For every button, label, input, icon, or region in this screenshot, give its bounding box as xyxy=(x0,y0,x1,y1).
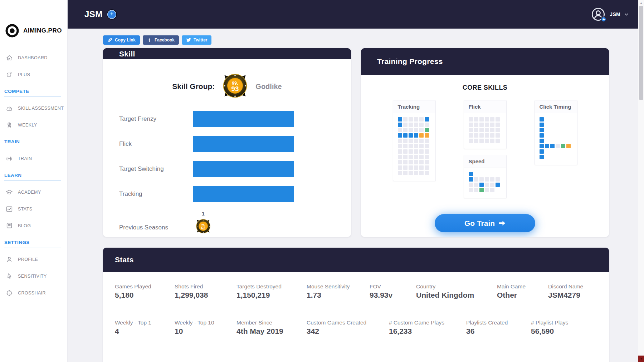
grid-cell xyxy=(398,123,402,127)
avatar-add-icon[interactable]: + xyxy=(601,16,606,22)
brand-name: AIMING.PRO xyxy=(23,27,62,34)
topbar: JSM + + JSM xyxy=(68,0,644,29)
sidebar-item-crosshair[interactable]: CROSSHAIR xyxy=(0,284,67,301)
stat-value: 5,180 xyxy=(115,291,175,299)
grid-cell xyxy=(425,117,429,122)
sidebar-item-skill-assessment[interactable]: SKILL ASSESSMENT xyxy=(0,100,67,116)
sidebar-section-label: LEARN xyxy=(4,173,61,181)
share-button-label: Twitter xyxy=(194,38,207,43)
stats-card: Stats Games Played5,180Shots Fired1,299,… xyxy=(103,248,609,362)
grid-row xyxy=(540,123,572,127)
skill-panel-flick: Flick xyxy=(464,100,507,149)
sidebar-section-label: TRAIN xyxy=(4,139,61,147)
grid-cell xyxy=(414,133,418,138)
stat-value: Other xyxy=(497,291,548,299)
stat-item-member-since: Member Since4th May 2019 xyxy=(236,319,307,336)
stat-label: Discord Name xyxy=(548,283,597,290)
facebook-button[interactable]: Facebook xyxy=(143,35,179,45)
stat-item-weekly-top-1: Weekly - Top 14 xyxy=(115,319,175,336)
stat-label: Games Played xyxy=(115,283,175,290)
stat-value: 16,233 xyxy=(389,327,466,336)
add-plus-button[interactable]: + xyxy=(107,10,116,19)
grid-cell xyxy=(490,177,494,182)
sidebar-item-label: ACADEMY xyxy=(18,190,41,195)
grid-cell xyxy=(409,155,413,159)
sidebar-item-blog[interactable]: BLOG xyxy=(0,217,67,234)
previous-season-badge-block: 1 99.62 xyxy=(193,211,213,237)
grid-cell xyxy=(469,177,473,182)
grid-cell xyxy=(398,165,402,170)
copy-link-button[interactable]: Copy Link xyxy=(103,35,140,45)
stat-item-playlists-created: Playlists Created36 xyxy=(466,319,531,336)
sidebar-item-label: CROSSHAIR xyxy=(18,291,46,296)
user-menu[interactable]: + JSM xyxy=(591,7,628,21)
aiming-pro-bullseye-icon xyxy=(5,24,19,38)
grid-cell xyxy=(540,144,544,148)
arrow-right-icon xyxy=(499,220,506,226)
stats-icon xyxy=(6,205,13,213)
skill-bar-fill xyxy=(193,136,294,152)
grid-cell xyxy=(485,133,489,138)
sidebar-section-label: SETTINGS xyxy=(4,240,61,248)
go-train-button[interactable]: Go Train xyxy=(435,214,535,232)
grid-cell xyxy=(409,123,413,127)
grid-row xyxy=(540,128,572,132)
content: Copy LinkFacebookTwitter Skill Skill Gro… xyxy=(68,29,644,362)
sidebar-item-label: TRAIN xyxy=(18,156,32,161)
page-title: JSM xyxy=(84,9,103,19)
go-train-label: Go Train xyxy=(464,219,495,228)
skill-bar-track xyxy=(193,161,294,177)
sidebar-item-weekly[interactable]: WEEKLY xyxy=(0,116,67,133)
stat-item-custom-games-created: Custom Games Created342 xyxy=(307,319,389,336)
stat-value: 1,150,219 xyxy=(236,291,307,299)
stat-item-main-game: Main GameOther xyxy=(497,283,548,299)
grid-cell xyxy=(469,128,473,132)
training-card-title: Training Progress xyxy=(377,57,443,66)
profile-icon xyxy=(6,256,13,263)
panel-column-0: Tracking xyxy=(393,100,436,181)
sidebar-item-academy[interactable]: ACADEMY xyxy=(0,184,67,200)
scroll-up-arrow[interactable]: ▲ xyxy=(638,0,644,6)
grid-row xyxy=(398,165,431,170)
grid-cell xyxy=(414,128,418,132)
sidebar-section-compete: COMPETE xyxy=(0,83,67,100)
stats-card-body: Games Played5,180Shots Fired1,299,038Tar… xyxy=(103,272,609,336)
grid-cell xyxy=(485,177,489,182)
grid-cell xyxy=(425,165,429,170)
grid-cell xyxy=(490,183,494,187)
stat-item-games-played: Games Played5,180 xyxy=(115,283,175,299)
grid-cell xyxy=(474,183,478,187)
stat-label: # Custom Game Plays xyxy=(389,319,466,326)
skill-bar-row-flick: Flick xyxy=(119,136,335,152)
avatar[interactable]: + xyxy=(591,7,605,21)
panel-grid xyxy=(393,113,435,181)
brand-logo[interactable]: AIMING.PRO xyxy=(0,0,67,46)
grid-cell xyxy=(474,123,478,127)
grid-cell xyxy=(425,160,429,164)
grid-row xyxy=(398,133,431,138)
stats-row-2: Weekly - Top 14Weekly - Top 1010Member S… xyxy=(115,319,597,336)
scrollbar[interactable]: ▲ ▼ xyxy=(638,0,644,362)
sidebar-item-train[interactable]: TRAIN xyxy=(0,150,67,167)
grid-cell xyxy=(479,133,484,138)
grid-row xyxy=(398,117,431,122)
sidebar-item-profile[interactable]: PROFILE xyxy=(0,251,67,268)
panel-title: Click Timing xyxy=(535,100,577,113)
sidebar-item-dashboard[interactable]: DASHBOARD xyxy=(0,49,67,66)
grid-cell xyxy=(490,117,494,122)
scroll-thumb[interactable] xyxy=(639,6,643,100)
sidebar-item-sensitivity[interactable]: SENSITIVITY xyxy=(0,268,67,284)
twitter-button[interactable]: Twitter xyxy=(182,35,211,45)
sidebar-item-stats[interactable]: STATS xyxy=(0,200,67,217)
sidebar-item-plus[interactable]: PLUS xyxy=(0,66,67,83)
grid-row xyxy=(469,139,502,143)
scroll-down-arrow[interactable]: ▼ xyxy=(638,356,644,362)
grid-cell xyxy=(425,149,429,154)
stat-value: 10 xyxy=(175,327,236,336)
sidebar-item-label: STATS xyxy=(18,207,32,212)
grid-row xyxy=(398,128,431,132)
grid-cell xyxy=(485,128,489,132)
share-button-label: Copy Link xyxy=(115,38,136,43)
grid-cell xyxy=(490,139,494,143)
grid-row xyxy=(469,123,502,127)
